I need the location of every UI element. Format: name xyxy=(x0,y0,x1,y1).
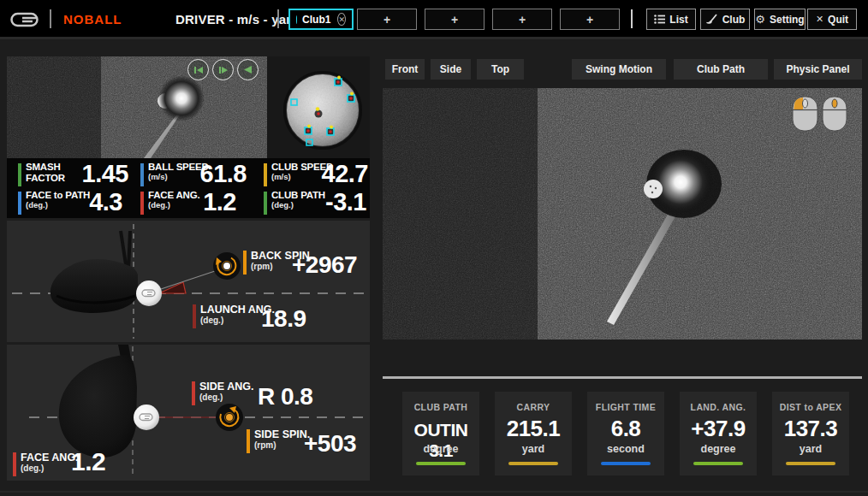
tab-side[interactable]: Side xyxy=(431,59,471,80)
side-spin-icon xyxy=(216,404,243,431)
gear-icon: ⚙ xyxy=(755,14,765,25)
tab-side-label: Side xyxy=(440,63,461,75)
tab-front-label: Front xyxy=(392,63,419,75)
face-angle-value: 1.2 xyxy=(71,447,105,476)
launch-line xyxy=(161,270,217,289)
launch-diagram xyxy=(7,221,370,342)
metric-value: 42.7 xyxy=(298,160,368,188)
swing-motion-label: Swing Motion xyxy=(586,63,652,75)
card-carry: CARRY 215.1 yard xyxy=(495,392,572,475)
mouse-wheel-icon xyxy=(822,96,847,132)
tab-top-label: Top xyxy=(491,63,509,75)
side-spin-value: +503 xyxy=(304,430,356,458)
metric-value: 61.8 xyxy=(176,160,247,188)
quit-button-label: Quit xyxy=(828,14,848,26)
header-divider xyxy=(277,9,279,28)
impact-metrics-strip: SMASHFACTOR 1.45 BALL SPEED(m/s) 61.8 CL… xyxy=(7,158,370,218)
metric-color-bar xyxy=(243,251,247,275)
bottom-divider xyxy=(0,491,868,493)
physic-panel-button[interactable]: Physic Panel xyxy=(774,59,862,80)
setting-button-label: Setting xyxy=(770,14,805,26)
metric-unit: (deg.) xyxy=(21,464,79,474)
card-dist-to-apex: DIST to APEX 137.3 yard xyxy=(772,392,849,475)
side-angle-metric: SIDE ANG.(deg.) xyxy=(192,381,253,405)
list-button-label: List xyxy=(669,14,687,26)
metric-color-bar xyxy=(264,192,267,215)
card-value: 137.3 xyxy=(772,416,849,442)
card-label: FLIGHT TIME xyxy=(587,402,664,412)
metric-value: 4.3 xyxy=(58,188,122,216)
mouse-left-click-icon xyxy=(792,96,818,132)
club-head xyxy=(158,75,205,121)
swing-camera-image xyxy=(383,88,862,340)
club-path-button[interactable]: Club Path xyxy=(674,59,768,80)
golf-ball xyxy=(134,404,159,430)
metric-color-bar xyxy=(140,163,144,186)
results-divider xyxy=(383,376,862,379)
card-underline xyxy=(601,462,651,465)
metric-color-bar xyxy=(247,429,250,453)
card-unit: second xyxy=(587,443,664,455)
plus-icon: + xyxy=(451,13,458,27)
metric-value: 1.45 xyxy=(58,160,128,188)
golf-ball xyxy=(136,280,162,306)
step-forward-button[interactable] xyxy=(212,59,234,80)
swing-camera-view xyxy=(383,88,862,340)
plus-icon: + xyxy=(519,13,526,27)
card-underline xyxy=(416,462,466,465)
camera-dark-band xyxy=(7,56,101,158)
card-underline xyxy=(693,462,743,465)
club-tab-label: Club1 xyxy=(302,14,330,26)
play-reverse-button[interactable] xyxy=(237,59,259,80)
launch-monitor-app: NOBALL DRIVER - m/s - yard Club1 ✕ + + +… xyxy=(0,0,868,496)
metric-label: FACE ANG. xyxy=(21,452,79,464)
plus-icon: + xyxy=(383,13,390,27)
card-label: LAND. ANG. xyxy=(680,402,757,412)
tab-top[interactable]: Top xyxy=(477,59,524,80)
launch-angle-value: 18.9 xyxy=(261,305,306,333)
card-value: 6.8 xyxy=(587,416,664,442)
quit-button[interactable]: ✕ Quit xyxy=(807,9,857,30)
metric-color-bar xyxy=(140,192,144,215)
page-title: DRIVER - m/s - yard xyxy=(175,12,300,27)
add-club-tab-4[interactable]: + xyxy=(560,9,620,30)
golf-ball xyxy=(644,180,663,198)
plus-icon: + xyxy=(586,13,593,27)
impact-camera-panel xyxy=(7,56,370,158)
face-angle-metric: FACE ANG.(deg.) xyxy=(13,452,79,476)
card-value: +37.9 xyxy=(680,416,757,442)
add-club-tab-2[interactable]: + xyxy=(425,9,485,30)
metric-unit: (rpm) xyxy=(254,440,310,451)
add-club-tab-1[interactable]: + xyxy=(357,9,417,30)
club-button[interactable]: Club xyxy=(700,9,750,30)
card-unit: yard xyxy=(495,443,572,455)
step-back-icon xyxy=(193,66,204,74)
side-angle-value: R 0.8 xyxy=(258,383,312,410)
metric-unit: (deg.) xyxy=(199,393,253,403)
card-unit: yard xyxy=(772,443,849,455)
card-unit: degree xyxy=(402,443,479,455)
card-label: CARRY xyxy=(495,402,572,412)
tab-club1[interactable]: Club1 ✕ xyxy=(288,9,354,30)
metric-color-bar xyxy=(18,163,21,186)
list-button[interactable]: List xyxy=(646,9,696,30)
card-label: DIST to APEX xyxy=(772,402,849,412)
swing-motion-button[interactable]: Swing Motion xyxy=(572,59,666,80)
card-underline xyxy=(508,462,558,465)
metric-color-bar xyxy=(264,163,267,186)
step-forward-icon xyxy=(218,66,229,74)
list-icon xyxy=(654,15,665,24)
tab-front[interactable]: Front xyxy=(385,59,425,80)
add-club-tab-3[interactable]: + xyxy=(492,9,552,30)
setting-button[interactable]: ⚙ Setting xyxy=(754,9,806,30)
driver-head-top xyxy=(59,355,137,458)
play-reverse-icon xyxy=(243,65,253,74)
card-landing-angle: LAND. ANG. +37.9 degree xyxy=(680,392,757,475)
driver-head-side xyxy=(51,259,138,313)
club-active-dot-icon xyxy=(296,15,297,24)
club-icon xyxy=(705,14,718,25)
metric-color-bar xyxy=(13,452,16,476)
step-back-button[interactable] xyxy=(187,59,209,80)
close-icon[interactable]: ✕ xyxy=(337,13,346,26)
club-path-label: Club Path xyxy=(697,63,745,75)
